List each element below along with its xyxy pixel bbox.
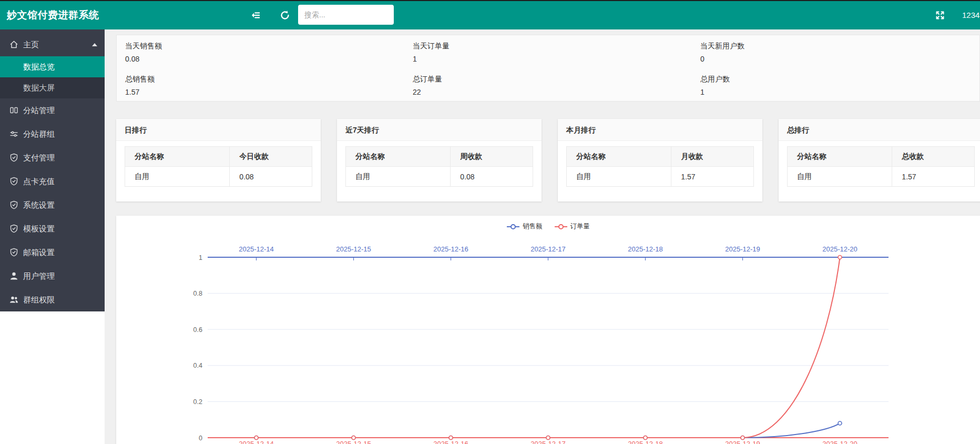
refresh-icon[interactable] xyxy=(279,9,291,21)
svg-text:0.2: 0.2 xyxy=(193,398,202,406)
column-header: 分站名称 xyxy=(346,147,451,167)
user-icon xyxy=(9,271,18,280)
svg-text:2025-12-17: 2025-12-17 xyxy=(530,245,566,253)
column-header: 分站名称 xyxy=(567,147,671,167)
stat-total-users: 总用户数 1 xyxy=(692,68,979,102)
table-row: 自用 1.57 xyxy=(567,167,754,187)
collapse-menu-icon[interactable] xyxy=(250,9,262,21)
cell-site-name: 自用 xyxy=(567,167,671,187)
sidebar-item-card-recharge[interactable]: 点卡充值 xyxy=(0,169,105,193)
rank-card-month: 本月排行 分站名称 月收款 自用 1.57 xyxy=(558,119,762,201)
svg-text:0.6: 0.6 xyxy=(193,326,202,334)
stat-value: 0.08 xyxy=(125,55,396,63)
stat-label: 总订单量 xyxy=(413,75,683,84)
stats-panel: 当天销售额 0.08 当天订单量 1 当天新用户数 0 总销售额 1.57 总订… xyxy=(116,35,980,102)
stat-value: 1.57 xyxy=(125,88,396,96)
rank-card-title: 日排行 xyxy=(116,119,321,141)
fullscreen-icon[interactable] xyxy=(934,9,946,21)
rank-table: 分站名称 周收款 自用 0.08 xyxy=(345,146,533,187)
svg-text:2025-12-17: 2025-12-17 xyxy=(530,440,566,444)
sidebar-item-label: 系统设置 xyxy=(23,200,55,209)
sidebar-item-label: 分站群组 xyxy=(23,129,55,138)
column-header: 周收款 xyxy=(451,147,533,167)
sidebar-item-label: 用户管理 xyxy=(23,271,55,280)
table-row: 自用 1.57 xyxy=(788,167,975,187)
svg-text:2025-12-14: 2025-12-14 xyxy=(239,245,274,253)
sliders-icon xyxy=(9,129,18,138)
stat-label: 总用户数 xyxy=(700,75,971,84)
svg-text:2025-12-19: 2025-12-19 xyxy=(725,440,760,444)
sidebar-item-template-settings[interactable]: 模板设置 xyxy=(0,217,105,240)
stat-value: 0 xyxy=(700,55,971,63)
header-username[interactable]: 12345 xyxy=(962,0,980,29)
rank-card-title: 近7天排行 xyxy=(337,119,542,141)
sidebar-item-substation-groups[interactable]: 分站群组 xyxy=(0,122,105,146)
rank-card-week: 近7天排行 分站名称 周收款 自用 0.08 xyxy=(337,119,542,201)
stat-today-orders: 当天订单量 1 xyxy=(404,35,692,68)
sidebar-item-home[interactable]: 主页 xyxy=(0,33,105,56)
header-bar: 妙文馆付费进群系统 12345 xyxy=(0,0,980,29)
sidebar-item-group-permissions[interactable]: 群组权限 xyxy=(0,288,105,311)
table-row: 自用 0.08 xyxy=(346,167,533,187)
svg-text:2025-12-15: 2025-12-15 xyxy=(336,440,371,444)
stat-today-sales: 当天销售额 0.08 xyxy=(117,35,404,68)
svg-text:2025-12-15: 2025-12-15 xyxy=(336,245,371,253)
svg-text:1: 1 xyxy=(199,254,202,261)
line-chart: 00.20.40.60.812025-12-142025-12-152025-1… xyxy=(116,216,980,444)
search-input[interactable] xyxy=(298,5,394,25)
users-icon xyxy=(9,295,18,304)
stat-label: 总销售额 xyxy=(125,75,396,84)
column-header: 今日收款 xyxy=(230,147,312,167)
svg-text:2025-12-18: 2025-12-18 xyxy=(628,440,663,444)
svg-text:2025-12-16: 2025-12-16 xyxy=(433,440,468,444)
sidebar-item-label: 模板设置 xyxy=(23,224,55,233)
ranking-cards-row: 日排行 分站名称 今日收款 自用 0.08 近7天排行 分站名称 周收款 自用 … xyxy=(116,119,980,201)
rank-table: 分站名称 总收款 自用 1.57 xyxy=(787,146,975,187)
home-icon xyxy=(9,40,18,49)
stat-value: 1 xyxy=(413,55,683,63)
stat-value: 1 xyxy=(700,88,971,96)
column-header: 月收款 xyxy=(671,147,754,167)
sidebar-item-mailbox-settings[interactable]: 邮箱设置 xyxy=(0,240,105,264)
stat-label: 当天销售额 xyxy=(125,42,396,51)
sidebar-item-label: 点卡充值 xyxy=(23,177,55,186)
column-header: 分站名称 xyxy=(788,147,892,167)
stat-label: 当天新用户数 xyxy=(700,42,971,51)
sidebar-item-substation-manage[interactable]: 分站管理 xyxy=(0,98,105,122)
svg-text:2025-12-20: 2025-12-20 xyxy=(822,440,858,444)
svg-text:2025-12-16: 2025-12-16 xyxy=(433,245,468,253)
rank-card-total: 总排行 分站名称 总收款 自用 1.57 xyxy=(779,119,980,201)
rank-card-title: 总排行 xyxy=(779,119,980,141)
sidebar-item-data-screen[interactable]: 数据大屏 xyxy=(0,77,105,98)
sidebar-item-label: 分站管理 xyxy=(23,106,55,115)
shield-check-icon xyxy=(9,177,18,186)
svg-text:0.8: 0.8 xyxy=(193,290,202,297)
stat-value: 22 xyxy=(413,88,683,96)
chevron-up-icon xyxy=(92,43,97,46)
rank-table: 分站名称 今日收款 自用 0.08 xyxy=(125,146,312,187)
stat-total-sales: 总销售额 1.57 xyxy=(117,68,404,102)
shield-check-icon xyxy=(9,200,18,209)
cell-amount: 0.08 xyxy=(451,167,533,187)
shield-check-icon xyxy=(9,153,18,162)
stat-today-new-users: 当天新用户数 0 xyxy=(692,35,979,68)
window-top-edge xyxy=(0,0,980,1)
app-title: 妙文馆付费进群系统 xyxy=(7,0,99,29)
rank-card-daily: 日排行 分站名称 今日收款 自用 0.08 xyxy=(116,119,321,201)
sidebar-item-payment-manage[interactable]: 支付管理 xyxy=(0,146,105,169)
stat-label: 当天订单量 xyxy=(413,42,683,51)
svg-text:2025-12-20: 2025-12-20 xyxy=(822,245,858,253)
shield-check-icon xyxy=(9,224,18,233)
sidebar-item-label: 群组权限 xyxy=(23,295,55,304)
column-header: 总收款 xyxy=(892,147,975,167)
sidebar: 主页 数据总览 数据大屏 分站管理 分站群组 支付管理 xyxy=(0,29,105,311)
svg-text:2025-12-18: 2025-12-18 xyxy=(628,245,663,253)
sidebar-item-user-manage[interactable]: 用户管理 xyxy=(0,264,105,288)
sidebar-item-label: 主页 xyxy=(23,40,39,49)
sidebar-item-system-settings[interactable]: 系统设置 xyxy=(0,193,105,217)
sidebar-item-data-overview[interactable]: 数据总览 xyxy=(0,56,105,77)
table-row: 自用 0.08 xyxy=(125,167,312,187)
cell-amount: 0.08 xyxy=(230,167,312,187)
sales-orders-chart-card: 销售额 订单量 00.20.40.60.812025-12-142025-12-… xyxy=(116,216,980,444)
stat-total-orders: 总订单量 22 xyxy=(404,68,692,102)
